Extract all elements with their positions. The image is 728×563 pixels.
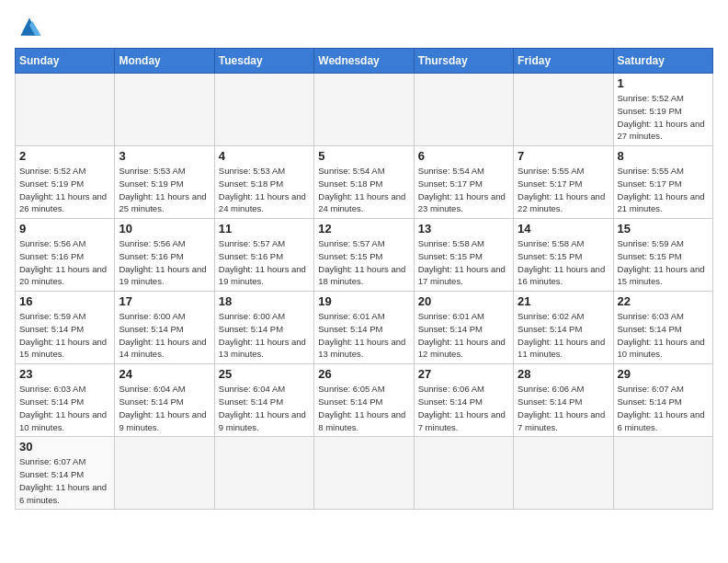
day-info: Sunrise: 5:59 AM Sunset: 5:15 PM Dayligh… bbox=[618, 237, 709, 288]
calendar-cell: 1Sunrise: 5:52 AM Sunset: 5:19 PM Daylig… bbox=[613, 74, 712, 146]
day-info: Sunrise: 5:55 AM Sunset: 5:17 PM Dayligh… bbox=[618, 165, 709, 215]
calendar-cell bbox=[214, 74, 313, 146]
calendar-week-3: 9Sunrise: 5:56 AM Sunset: 5:16 PM Daylig… bbox=[16, 219, 713, 292]
day-number: 19 bbox=[318, 294, 409, 308]
day-info: Sunrise: 5:56 AM Sunset: 5:16 PM Dayligh… bbox=[19, 237, 110, 288]
calendar-week-4: 16Sunrise: 5:59 AM Sunset: 5:14 PM Dayli… bbox=[16, 292, 713, 364]
day-number: 11 bbox=[219, 222, 310, 236]
day-info: Sunrise: 6:07 AM Sunset: 5:14 PM Dayligh… bbox=[618, 383, 709, 433]
calendar-cell: 8Sunrise: 5:55 AM Sunset: 5:17 PM Daylig… bbox=[613, 146, 712, 219]
calendar-cell: 19Sunrise: 6:01 AM Sunset: 5:14 PM Dayli… bbox=[314, 292, 414, 364]
day-info: Sunrise: 6:03 AM Sunset: 5:14 PM Dayligh… bbox=[19, 383, 110, 433]
day-info: Sunrise: 5:52 AM Sunset: 5:19 PM Dayligh… bbox=[618, 92, 709, 143]
day-info: Sunrise: 5:52 AM Sunset: 5:19 PM Dayligh… bbox=[19, 165, 110, 215]
calendar-cell bbox=[514, 437, 613, 510]
calendar-cell: 5Sunrise: 5:54 AM Sunset: 5:18 PM Daylig… bbox=[314, 146, 414, 219]
calendar-cell: 12Sunrise: 5:57 AM Sunset: 5:15 PM Dayli… bbox=[314, 219, 414, 292]
calendar-week-2: 2Sunrise: 5:52 AM Sunset: 5:19 PM Daylig… bbox=[16, 146, 713, 219]
day-number: 13 bbox=[418, 222, 509, 236]
day-info: Sunrise: 6:03 AM Sunset: 5:14 PM Dayligh… bbox=[618, 310, 709, 361]
calendar-cell bbox=[414, 437, 513, 510]
calendar-week-1: 1Sunrise: 5:52 AM Sunset: 5:19 PM Daylig… bbox=[16, 74, 713, 146]
day-info: Sunrise: 5:57 AM Sunset: 5:15 PM Dayligh… bbox=[318, 237, 409, 288]
day-info: Sunrise: 5:58 AM Sunset: 5:15 PM Dayligh… bbox=[418, 237, 509, 288]
day-number: 23 bbox=[19, 367, 110, 381]
day-info: Sunrise: 6:02 AM Sunset: 5:14 PM Dayligh… bbox=[518, 310, 609, 361]
day-header-sunday: Sunday bbox=[16, 49, 115, 74]
calendar-cell: 13Sunrise: 5:58 AM Sunset: 5:15 PM Dayli… bbox=[414, 219, 513, 292]
day-number: 26 bbox=[318, 367, 409, 381]
day-info: Sunrise: 5:57 AM Sunset: 5:16 PM Dayligh… bbox=[219, 237, 310, 288]
day-info: Sunrise: 6:04 AM Sunset: 5:14 PM Dayligh… bbox=[119, 383, 210, 433]
day-number: 3 bbox=[119, 149, 210, 163]
day-number: 1 bbox=[618, 76, 709, 90]
day-info: Sunrise: 6:01 AM Sunset: 5:14 PM Dayligh… bbox=[318, 310, 409, 361]
calendar-cell: 6Sunrise: 5:54 AM Sunset: 5:17 PM Daylig… bbox=[414, 146, 513, 219]
calendar-cell bbox=[414, 74, 513, 146]
day-number: 21 bbox=[518, 294, 609, 308]
page-header bbox=[15, 15, 713, 40]
calendar-cell bbox=[314, 74, 414, 146]
calendar-cell: 25Sunrise: 6:04 AM Sunset: 5:14 PM Dayli… bbox=[214, 364, 313, 437]
calendar-week-6: 30Sunrise: 6:07 AM Sunset: 5:14 PM Dayli… bbox=[16, 437, 713, 510]
calendar-cell: 22Sunrise: 6:03 AM Sunset: 5:14 PM Dayli… bbox=[613, 292, 712, 364]
day-info: Sunrise: 6:00 AM Sunset: 5:14 PM Dayligh… bbox=[219, 310, 310, 361]
day-info: Sunrise: 6:06 AM Sunset: 5:14 PM Dayligh… bbox=[518, 383, 609, 433]
day-info: Sunrise: 6:01 AM Sunset: 5:14 PM Dayligh… bbox=[418, 310, 509, 361]
day-header-saturday: Saturday bbox=[613, 49, 712, 74]
day-number: 27 bbox=[418, 367, 509, 381]
day-number: 4 bbox=[219, 149, 310, 163]
calendar-cell: 2Sunrise: 5:52 AM Sunset: 5:19 PM Daylig… bbox=[16, 146, 115, 219]
calendar-cell bbox=[115, 437, 214, 510]
day-number: 7 bbox=[518, 149, 609, 163]
day-info: Sunrise: 5:53 AM Sunset: 5:19 PM Dayligh… bbox=[119, 165, 210, 215]
calendar-cell: 26Sunrise: 6:05 AM Sunset: 5:14 PM Dayli… bbox=[314, 364, 414, 437]
calendar-cell: 20Sunrise: 6:01 AM Sunset: 5:14 PM Dayli… bbox=[414, 292, 513, 364]
calendar-cell: 3Sunrise: 5:53 AM Sunset: 5:19 PM Daylig… bbox=[115, 146, 214, 219]
day-info: Sunrise: 5:55 AM Sunset: 5:17 PM Dayligh… bbox=[518, 165, 609, 215]
day-header-thursday: Thursday bbox=[414, 49, 513, 74]
calendar-table: SundayMondayTuesdayWednesdayThursdayFrid… bbox=[15, 48, 713, 510]
day-info: Sunrise: 6:06 AM Sunset: 5:14 PM Dayligh… bbox=[418, 383, 509, 433]
day-info: Sunrise: 6:04 AM Sunset: 5:14 PM Dayligh… bbox=[219, 383, 310, 433]
calendar-cell: 9Sunrise: 5:56 AM Sunset: 5:16 PM Daylig… bbox=[16, 219, 115, 292]
calendar-cell: 24Sunrise: 6:04 AM Sunset: 5:14 PM Dayli… bbox=[115, 364, 214, 437]
day-number: 17 bbox=[119, 294, 210, 308]
calendar-cell bbox=[514, 74, 613, 146]
day-number: 30 bbox=[19, 440, 110, 454]
calendar-cell: 27Sunrise: 6:06 AM Sunset: 5:14 PM Dayli… bbox=[414, 364, 513, 437]
day-info: Sunrise: 6:07 AM Sunset: 5:14 PM Dayligh… bbox=[19, 455, 110, 506]
day-number: 29 bbox=[618, 367, 709, 381]
calendar-cell: 23Sunrise: 6:03 AM Sunset: 5:14 PM Dayli… bbox=[16, 364, 115, 437]
calendar-cell: 28Sunrise: 6:06 AM Sunset: 5:14 PM Dayli… bbox=[514, 364, 613, 437]
calendar-cell: 4Sunrise: 5:53 AM Sunset: 5:18 PM Daylig… bbox=[214, 146, 313, 219]
calendar-cell: 11Sunrise: 5:57 AM Sunset: 5:16 PM Dayli… bbox=[214, 219, 313, 292]
day-info: Sunrise: 5:59 AM Sunset: 5:14 PM Dayligh… bbox=[19, 310, 110, 361]
calendar-cell: 10Sunrise: 5:56 AM Sunset: 5:16 PM Dayli… bbox=[115, 219, 214, 292]
day-number: 16 bbox=[19, 294, 110, 308]
day-number: 6 bbox=[418, 149, 509, 163]
day-header-wednesday: Wednesday bbox=[314, 49, 414, 74]
day-number: 24 bbox=[119, 367, 210, 381]
calendar-header-row: SundayMondayTuesdayWednesdayThursdayFrid… bbox=[16, 49, 713, 74]
calendar-cell: 30Sunrise: 6:07 AM Sunset: 5:14 PM Dayli… bbox=[16, 437, 115, 510]
day-number: 15 bbox=[618, 222, 709, 236]
calendar-cell bbox=[16, 74, 115, 146]
day-header-tuesday: Tuesday bbox=[214, 49, 313, 74]
day-header-friday: Friday bbox=[514, 49, 613, 74]
day-number: 18 bbox=[219, 294, 310, 308]
day-info: Sunrise: 5:53 AM Sunset: 5:18 PM Dayligh… bbox=[219, 165, 310, 215]
day-info: Sunrise: 5:54 AM Sunset: 5:18 PM Dayligh… bbox=[318, 165, 409, 215]
calendar-cell: 29Sunrise: 6:07 AM Sunset: 5:14 PM Dayli… bbox=[613, 364, 712, 437]
calendar-cell: 16Sunrise: 5:59 AM Sunset: 5:14 PM Dayli… bbox=[16, 292, 115, 364]
day-number: 9 bbox=[19, 222, 110, 236]
day-number: 25 bbox=[219, 367, 310, 381]
logo bbox=[15, 15, 48, 40]
calendar-cell: 18Sunrise: 6:00 AM Sunset: 5:14 PM Dayli… bbox=[214, 292, 313, 364]
day-info: Sunrise: 6:05 AM Sunset: 5:14 PM Dayligh… bbox=[318, 383, 409, 433]
calendar-cell bbox=[314, 437, 414, 510]
calendar-cell bbox=[115, 74, 214, 146]
calendar-cell bbox=[214, 437, 313, 510]
day-number: 14 bbox=[518, 222, 609, 236]
day-info: Sunrise: 5:54 AM Sunset: 5:17 PM Dayligh… bbox=[418, 165, 509, 215]
